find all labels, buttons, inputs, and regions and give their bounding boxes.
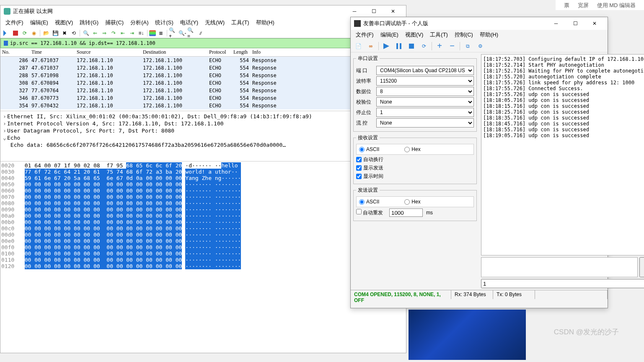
zoom-in-icon[interactable]: 🔍+ [169,29,177,37]
titlebar[interactable]: 正在捕获 以太网 ─ ☐ ✕ [0,5,406,17]
hex-row[interactable]: 0110 00 00 00 00 00 00 00 00 00 00 00 00… [1,257,405,263]
repeat-ms-input[interactable] [389,208,423,217]
refresh-icon[interactable]: ⟳ [419,41,429,51]
hex-row[interactable]: 00c0 00 00 00 00 00 00 00 00 00 00 00 00… [1,225,405,232]
stopbits-select[interactable]: 1 [376,108,474,117]
menu-item[interactable]: 编辑(E) [28,18,51,28]
window-icon[interactable]: ⧉ [463,41,473,51]
close-button[interactable]: ✕ [585,18,604,29]
minimize-button[interactable]: ─ [546,18,566,29]
tree-item[interactable]: ›User Datagram Protocol, Src Port: 7, Ds… [2,127,404,134]
bookmark-icon[interactable] [3,40,9,46]
hex-row[interactable]: 0080 00 00 00 00 00 00 00 00 00 00 00 00… [1,200,405,206]
recv-hex-radio[interactable]: Hex [404,146,420,152]
new-icon[interactable]: 📄 [353,41,363,51]
menu-item[interactable]: 捕获(C) [103,18,126,28]
play-icon[interactable] [381,41,391,51]
hex-row[interactable]: 0100 00 00 00 00 00 00 00 00 00 00 00 00… [1,250,405,257]
hex-row[interactable]: 0030 77 6f 72 6c 64 21 20 61 75 74 68 6f… [1,169,405,175]
colorize-icon[interactable] [149,30,156,36]
menu-item[interactable]: 控制(C) [452,30,476,39]
hex-row[interactable]: 0050 00 00 00 00 00 00 00 00 00 00 00 00… [1,181,405,188]
menu-item[interactable]: 工具(T) [229,18,252,28]
tree-item[interactable]: ⌄Echo [2,134,404,141]
menu-item[interactable]: 文件(F) [3,18,26,28]
save-file-icon[interactable]: 💾 [51,29,59,37]
stop-icon[interactable] [406,41,416,51]
reload-icon[interactable]: ⟲ [70,29,78,37]
resize-columns-icon[interactable]: ⫽ [197,29,205,37]
pause-icon[interactable] [394,41,404,51]
packet-list[interactable]: No. Time Source Destination Protocol Len… [0,48,406,111]
packet-row[interactable]: 32777.670764172.168.1.10172.168.1.100ECH… [0,87,406,94]
packet-details[interactable]: ›Ethernet II, Src: Xilinx_00:01:02 (00:0… [0,111,406,161]
menu-item[interactable]: 文件(F) [353,30,376,39]
baud-select[interactable]: 115200 [376,76,474,86]
wrap-check[interactable]: 自动换行 [356,156,474,163]
packet-row[interactable]: 34687.670773172.168.1.10172.168.1.100ECH… [0,94,406,102]
tab[interactable]: 票 [564,2,569,8]
hex-row[interactable]: 00d0 00 00 00 00 00 00 00 00 00 00 00 00… [1,232,405,238]
packet-bytes[interactable]: 0020 01 64 00 07 1f 90 02 08 f7 95 68 65… [0,161,406,296]
tree-item[interactable]: ›Ethernet II, Src: Xilinx_00:01:02 (00:0… [2,113,404,120]
go-forward-icon[interactable]: ⇒ [100,29,109,37]
minimize-button[interactable]: ─ [345,5,364,17]
tree-item[interactable]: ›Internet Protocol Version 4, Src: 172.1… [2,120,404,127]
plus-icon[interactable]: + [435,41,445,51]
history-select[interactable]: 1 [481,279,644,288]
stop-capture-icon[interactable] [11,29,20,37]
settings-icon[interactable]: ⚙ [475,41,485,51]
zoom-out-icon[interactable]: 🔍- [178,29,186,37]
hex-row[interactable]: 0060 00 00 00 00 00 00 00 00 00 00 00 00… [1,188,405,194]
menu-item[interactable]: 无线(W) [202,18,227,28]
recv-ascii-radio[interactable]: ASCII [359,146,379,152]
titlebar[interactable]: 友善串口调试助手 - 个人版 ─ ☐ ✕ [351,17,608,30]
send-ascii-radio[interactable]: ASCII [359,199,379,205]
hex-row[interactable]: 00a0 00 00 00 00 00 00 00 00 00 00 00 00… [1,213,405,219]
showtime-check[interactable]: 显示时间 [356,173,474,180]
parity-select[interactable]: None [376,97,474,107]
zoom-reset-icon[interactable]: 🔍= [187,29,196,37]
hex-row[interactable]: 0120 00 00 00 00 00 00 00 00 00 00 00 00… [1,263,405,269]
options-icon[interactable]: ◉ [30,29,38,37]
send-hex-radio[interactable]: Hex [404,199,420,205]
menu-item[interactable]: 电话(Y) [178,18,201,28]
hex-row[interactable]: 00b0 00 00 00 00 00 00 00 00 00 00 00 00… [1,219,405,225]
showsend-check[interactable]: 显示发送 [356,164,474,172]
find-icon[interactable]: 🔍 [82,29,90,37]
go-first-icon[interactable]: ⇤ [119,29,127,37]
jump-icon[interactable]: ↷ [109,29,118,37]
open-file-icon[interactable]: 📂 [42,29,50,37]
hex-row[interactable]: 0040 59 61 6e 67 20 5a 68 65 6e 67 0d 0a… [1,175,405,181]
packet-row[interactable]: 28857.671098172.168.1.10172.168.1.100ECH… [0,72,406,79]
filter-input[interactable] [10,40,405,46]
hex-row[interactable]: 0020 01 64 00 07 1f 90 02 08 f7 95 68 65… [1,162,405,169]
menu-item[interactable]: 帮助(H) [253,18,277,28]
hex-row[interactable]: 00f0 00 00 00 00 00 00 00 00 00 00 00 00… [1,244,405,250]
hex-row[interactable]: 00e0 00 00 00 00 00 00 00 00 00 00 00 00… [1,238,405,244]
menu-item[interactable]: 视图(V) [52,18,75,28]
port-select[interactable]: COM4(Silicon Labs Quad CP2108 US [376,66,474,75]
go-back-icon[interactable]: ⇐ [91,29,99,37]
start-capture-icon[interactable] [2,29,10,37]
list-icon[interactable]: ≣ [157,29,165,37]
restart-capture-icon[interactable]: ⟳ [21,29,29,37]
packet-row[interactable]: 28747.671037172.168.1.10172.168.1.100ECH… [0,64,406,72]
hex-row[interactable]: 0090 00 00 00 00 00 00 00 00 00 00 00 00… [1,206,405,213]
tab[interactable]: 宽屏 [578,2,589,8]
packet-row[interactable]: 35497.670432172.168.1.10172.168.1.100ECH… [0,102,406,109]
menu-item[interactable]: 工具(T) [427,30,450,39]
packet-row[interactable]: 28647.671037172.168.1.10172.168.1.100ECH… [0,57,406,64]
menu-item[interactable]: 帮助(H) [477,30,501,39]
menu-item[interactable]: 统计(S) [153,18,176,28]
maximize-button[interactable]: ☐ [364,5,383,17]
hex-row[interactable]: 0070 00 00 00 00 00 00 00 00 00 00 00 00… [1,194,405,200]
menu-item[interactable]: 视图(V) [403,30,426,39]
maximize-button[interactable]: ☐ [566,18,585,29]
send-button[interactable]: 发送 [639,257,644,277]
menu-item[interactable]: 分析(A) [128,18,151,28]
recv-log[interactable]: [18:17:52.703] Configuring default IP of… [481,54,644,255]
flow-select[interactable]: None [376,118,474,128]
menu-item[interactable]: 编辑(E) [378,30,401,39]
databits-select[interactable]: 8 [376,87,474,96]
